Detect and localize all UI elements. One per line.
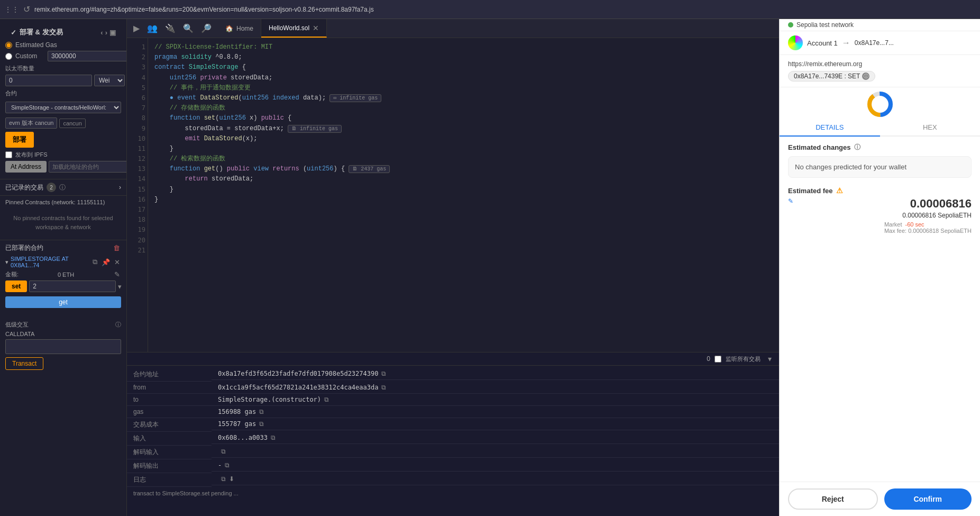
copy-icon[interactable]: ⧉ [381,370,386,377]
value-input[interactable] [5,75,92,86]
tx-title[interactable]: 已记录的交易 2 ⓘ › [5,183,121,192]
set-badge[interactable]: 0x8A17e...7439E : SET ⓘ [788,71,875,82]
code-line: contract SimpleStorage { [154,62,773,73]
monitor-all-checkbox[interactable] [715,356,721,363]
run-icon[interactable]: ▶ [131,22,142,34]
cancel-badge[interactable]: cancun [59,119,85,128]
expand-icon[interactable]: ▾ [5,259,8,266]
nav-right-icon[interactable]: › [105,29,107,37]
reject-button[interactable]: Reject [788,488,878,510]
row-value: 156988 gas⧉ [212,406,779,418]
get-button[interactable]: get [5,296,121,308]
code-line: return storedData; [154,174,773,184]
copy-icon[interactable]: ⧉ [324,396,329,403]
lowlevel-info-icon: ⓘ [115,321,121,329]
pin-icon[interactable]: 📌 [100,258,111,266]
row-label: 交易成本 [127,418,212,432]
delete-deployed-icon[interactable]: 🗑 [112,244,121,252]
deployed-contract-header: ▾ SIMPLESTORAGE AT 0X8A1...74 ⧉ 📌 ✕ [5,256,121,268]
estimated-changes-section: Estimated changes ⓘ No changes predicted… [788,143,972,178]
code-line: pragma solidity ^0.8.0; [154,52,773,62]
code-line: emit DataStored(x); [154,134,773,144]
deploy-button[interactable]: 部署 [5,132,34,148]
transact-button[interactable]: Transact [5,357,43,370]
tx-info-icon: ⓘ [59,183,66,192]
monitor-label: 监听所有交易 [726,355,761,363]
row-label: from [127,382,212,394]
at-address-button[interactable]: At Address [5,161,47,173]
ipfs-row: 发布到 IPFS [5,151,121,159]
custom-gas-input[interactable] [48,51,127,61]
fee-unit: 0.00006816 SepoliaETH [884,212,972,219]
estimated-gas-radio[interactable] [5,42,12,49]
copy-icon[interactable]: ⧉ [381,384,386,391]
collapse-icon[interactable]: ▾ [765,355,775,363]
calldata-label: CALLDATA [5,331,121,337]
copy-icon[interactable]: ⧉ [221,448,226,455]
confirm-button[interactable]: Confirm [884,488,972,510]
site-row: https://remix.ethereum.org 0x8A17e...743… [780,55,980,87]
url-bar[interactable]: remix.ethereum.org/#lang=zh&optimize=fal… [34,6,976,13]
search-icon[interactable]: 🔍 [181,22,196,34]
copy-icon[interactable]: ⧉ [259,420,264,428]
tab-close-icon[interactable]: ✕ [313,24,319,32]
row-label: gas [127,406,212,418]
row-label: 输入 [127,432,212,446]
deployed-title: 已部署的合约 🗑 [5,243,121,252]
set-input[interactable] [29,280,116,292]
row-value: -⧉ [212,459,779,472]
fee-amount: 0.00006816 [884,197,972,211]
layout-icon[interactable]: ▣ [109,29,116,37]
account-avatar [788,35,803,50]
at-address-input[interactable] [49,161,127,173]
account-arrow-icon[interactable]: → [842,38,850,48]
tab-home[interactable]: 🏠 Home [218,19,261,38]
tx-count-badge: 2 [47,183,56,192]
editor-area: ▶ 👥 🔌 🔍 🔎 🏠 Home HelloWorld.sol ✕ 12345 … [127,19,779,516]
tab-file[interactable]: HelloWorld.sol ✕ [261,19,327,38]
copy-address-icon[interactable]: ⧉ [91,258,98,266]
code-line: ● event DataStored(uint256 indexed data)… [154,93,773,103]
edit-fee-icon[interactable]: ✎ [788,197,793,205]
row-label: 解码输出 [127,459,212,473]
people-icon[interactable]: 👥 [145,22,160,34]
remove-contract-icon[interactable]: ✕ [113,258,121,266]
editor-tabs: ▶ 👥 🔌 🔍 🔎 🏠 Home HelloWorld.sol ✕ [127,19,779,38]
set-chevron-icon[interactable]: ▾ [118,283,122,291]
fee-title: Estimated fee ⚠ [788,186,972,195]
table-row: 交易成本 155787 gas⧉ [127,418,779,432]
fee-warning-icon: ⚠ [836,186,843,195]
refresh-icon[interactable]: ↺ [23,4,30,14]
set-button[interactable]: set [5,280,27,292]
set-info-dot: ⓘ [862,73,869,80]
edit-balance-icon[interactable]: ✎ [113,270,121,278]
changes-info-icon[interactable]: ⓘ [854,143,860,152]
ipfs-checkbox[interactable] [5,151,12,158]
row-label: 日志 [127,473,212,487]
evm-row: evm 版本 cancun cancun [5,117,121,129]
calldata-input[interactable] [5,339,121,354]
unit-select[interactable]: Wei Gwei ETH [94,75,125,86]
copy-icon[interactable]: ⧉ [221,475,226,483]
tab-details[interactable]: DETAILS [780,119,880,137]
plugin-icon[interactable]: 🔌 [163,22,178,34]
copy-icon[interactable]: ⧉ [225,461,230,469]
contract-select[interactable]: SimpleStorage - contracts/HelloWorl: [5,102,121,113]
lowlevel-title: 低级交互 ⓘ [5,321,121,329]
code-editor[interactable]: // SPDX-License-Identifier: MIT pragma s… [148,38,779,352]
custom-radio[interactable] [5,53,12,60]
copy-icon[interactable]: ⧉ [259,408,264,415]
copy-icon[interactable]: ⧉ [271,434,276,441]
row-value: 0x8a17efd3f65d23fadfe7dfd017908e5d232743… [212,368,779,380]
zoom-icon[interactable]: 🔎 [199,22,214,34]
download-icon[interactable]: ⬇ [229,475,234,483]
deployed-section: 已部署的合约 🗑 ▾ SIMPLESTORAGE AT 0X8A1...74 ⧉… [0,240,126,318]
table-row: to SimpleStorage.(constructor)⧉ [127,394,779,406]
nav-left-icon[interactable]: ‹ [100,29,103,37]
market-row: Market -60 sec [884,221,972,228]
code-line: // 事件，用于通知数据变更 [154,83,773,93]
tx-expand-icon[interactable]: › [119,184,121,191]
table-row: 合约地址 0x8a17efd3f65d23fadfe7dfd017908e5d2… [127,368,779,382]
mm-body: Estimated changes ⓘ No changes predicted… [780,137,980,482]
tab-hex[interactable]: HEX [880,119,981,137]
